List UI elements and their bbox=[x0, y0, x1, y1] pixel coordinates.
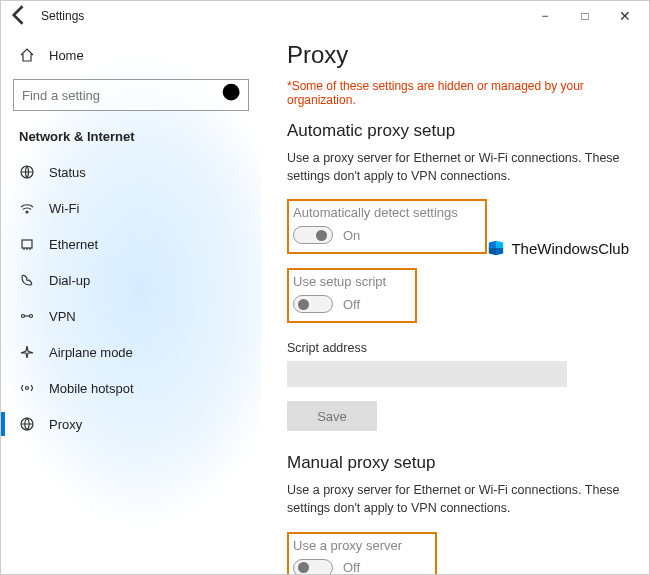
org-warning: *Some of these settings are hidden or ma… bbox=[287, 79, 623, 107]
use-proxy-state: Off bbox=[343, 560, 360, 575]
search-box[interactable] bbox=[13, 79, 249, 111]
sidebar-item-label: Mobile hotspot bbox=[49, 381, 134, 396]
svg-rect-2 bbox=[22, 240, 32, 248]
script-address-label: Script address bbox=[287, 341, 623, 355]
setup-script-state: Off bbox=[343, 297, 360, 312]
sidebar-item-wifi[interactable]: Wi-Fi bbox=[11, 190, 251, 226]
use-proxy-group: Use a proxy server Off bbox=[287, 532, 437, 576]
sidebar: Home Network & Internet Status Wi-Fi Eth… bbox=[1, 31, 261, 575]
watermark-text: TheWindowsClub bbox=[511, 240, 629, 257]
auto-proxy-desc: Use a proxy server for Ethernet or Wi-Fi… bbox=[287, 149, 623, 185]
auto-detect-state: On bbox=[343, 228, 360, 243]
sidebar-item-status[interactable]: Status bbox=[11, 154, 251, 190]
sidebar-item-label: Ethernet bbox=[49, 237, 98, 252]
sidebar-item-label: VPN bbox=[49, 309, 76, 324]
vpn-icon bbox=[19, 308, 35, 324]
sidebar-item-airplane[interactable]: Airplane mode bbox=[11, 334, 251, 370]
setup-script-label: Use setup script bbox=[293, 274, 409, 289]
sidebar-item-hotspot[interactable]: Mobile hotspot bbox=[11, 370, 251, 406]
svg-point-4 bbox=[30, 315, 33, 318]
sidebar-item-label: Dial-up bbox=[49, 273, 90, 288]
sidebar-item-dialup[interactable]: Dial-up bbox=[11, 262, 251, 298]
airplane-icon bbox=[19, 344, 35, 360]
titlebar: Settings − □ ✕ bbox=[1, 1, 649, 31]
home-icon bbox=[19, 47, 35, 63]
script-address-input[interactable] bbox=[287, 361, 567, 387]
close-button[interactable]: ✕ bbox=[605, 8, 645, 24]
setup-script-toggle[interactable] bbox=[293, 295, 333, 313]
ethernet-icon bbox=[19, 236, 35, 252]
auto-detect-label: Automatically detect settings bbox=[293, 205, 479, 220]
save-button[interactable]: Save bbox=[287, 401, 377, 431]
sidebar-item-ethernet[interactable]: Ethernet bbox=[11, 226, 251, 262]
sidebar-section-title: Network & Internet bbox=[11, 125, 251, 154]
watermark-logo-icon bbox=[487, 239, 505, 257]
auto-detect-group: Automatically detect settings On bbox=[287, 199, 487, 254]
sidebar-item-label: Proxy bbox=[49, 417, 82, 432]
sidebar-item-label: Status bbox=[49, 165, 86, 180]
sidebar-item-vpn[interactable]: VPN bbox=[11, 298, 251, 334]
svg-point-0 bbox=[223, 83, 240, 100]
sidebar-item-proxy[interactable]: Proxy bbox=[11, 406, 251, 442]
hotspot-icon bbox=[19, 380, 35, 396]
sidebar-home-label: Home bbox=[49, 48, 84, 63]
sidebar-home[interactable]: Home bbox=[11, 37, 251, 73]
wifi-icon bbox=[19, 200, 35, 216]
minimize-button[interactable]: − bbox=[525, 9, 565, 23]
back-button[interactable] bbox=[5, 1, 33, 32]
svg-point-3 bbox=[22, 315, 25, 318]
window-title: Settings bbox=[41, 9, 84, 23]
setup-script-group: Use setup script Off bbox=[287, 268, 417, 323]
manual-proxy-desc: Use a proxy server for Ethernet or Wi-Fi… bbox=[287, 481, 623, 517]
maximize-button[interactable]: □ bbox=[565, 9, 605, 23]
svg-point-5 bbox=[26, 387, 29, 390]
sidebar-item-label: Airplane mode bbox=[49, 345, 133, 360]
main-panel: Proxy *Some of these settings are hidden… bbox=[261, 31, 649, 575]
sidebar-item-label: Wi-Fi bbox=[49, 201, 79, 216]
search-input[interactable] bbox=[14, 88, 218, 103]
page-title: Proxy bbox=[287, 41, 623, 69]
auto-detect-toggle[interactable] bbox=[293, 226, 333, 244]
auto-proxy-heading: Automatic proxy setup bbox=[287, 121, 623, 141]
use-proxy-label: Use a proxy server bbox=[293, 538, 429, 553]
status-icon bbox=[19, 164, 35, 180]
use-proxy-toggle[interactable] bbox=[293, 559, 333, 576]
dialup-icon bbox=[19, 272, 35, 288]
manual-proxy-heading: Manual proxy setup bbox=[287, 453, 623, 473]
proxy-icon bbox=[19, 416, 35, 432]
search-icon bbox=[218, 79, 248, 112]
watermark: TheWindowsClub bbox=[487, 239, 629, 257]
